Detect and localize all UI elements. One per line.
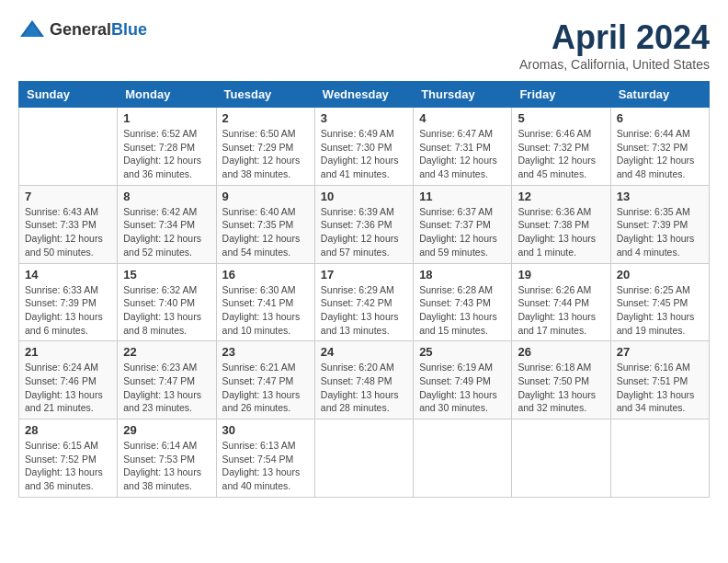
calendar-cell xyxy=(512,419,610,498)
day-info: Sunrise: 6:46 AMSunset: 7:32 PMDaylight:… xyxy=(518,127,604,181)
weekday-header: Saturday xyxy=(610,82,709,108)
day-number: 13 xyxy=(617,190,703,203)
weekday-header: Wednesday xyxy=(314,82,413,108)
calendar-cell: 21 Sunrise: 6:24 AMSunset: 7:46 PMDaylig… xyxy=(19,341,118,419)
day-number: 11 xyxy=(419,190,506,203)
calendar-cell: 23 Sunrise: 6:21 AMSunset: 7:47 PMDaylig… xyxy=(216,341,314,419)
calendar-cell: 12 Sunrise: 6:36 AMSunset: 7:38 PMDaylig… xyxy=(512,185,610,263)
day-number: 27 xyxy=(617,345,703,359)
day-info: Sunrise: 6:25 AMSunset: 7:45 PMDaylight:… xyxy=(617,283,703,338)
calendar-cell: 30 Sunrise: 6:13 AMSunset: 7:54 PMDaylig… xyxy=(216,419,314,498)
day-number: 30 xyxy=(222,423,309,437)
day-number: 12 xyxy=(518,190,604,203)
calendar-week-row: 1 Sunrise: 6:52 AMSunset: 7:28 PMDayligh… xyxy=(19,108,710,186)
calendar-cell: 6 Sunrise: 6:44 AMSunset: 7:32 PMDayligh… xyxy=(610,108,709,186)
weekday-header-row: SundayMondayTuesdayWednesdayThursdayFrid… xyxy=(19,82,710,108)
calendar-cell: 25 Sunrise: 6:19 AMSunset: 7:49 PMDaylig… xyxy=(414,341,512,419)
day-info: Sunrise: 6:30 AMSunset: 7:41 PMDaylight:… xyxy=(222,283,309,338)
calendar-cell: 28 Sunrise: 6:15 AMSunset: 7:52 PMDaylig… xyxy=(19,419,118,498)
day-info: Sunrise: 6:32 AMSunset: 7:40 PMDaylight:… xyxy=(123,283,210,338)
day-info: Sunrise: 6:24 AMSunset: 7:46 PMDaylight:… xyxy=(25,361,111,415)
day-info: Sunrise: 6:18 AMSunset: 7:50 PMDaylight:… xyxy=(518,361,604,415)
day-info: Sunrise: 6:33 AMSunset: 7:39 PMDaylight:… xyxy=(25,283,111,338)
calendar-cell: 1 Sunrise: 6:52 AMSunset: 7:28 PMDayligh… xyxy=(118,108,216,186)
calendar-cell: 5 Sunrise: 6:46 AMSunset: 7:32 PMDayligh… xyxy=(512,108,610,186)
calendar-cell: 14 Sunrise: 6:33 AMSunset: 7:39 PMDaylig… xyxy=(19,263,118,341)
calendar-week-row: 21 Sunrise: 6:24 AMSunset: 7:46 PMDaylig… xyxy=(19,341,710,419)
calendar-cell: 29 Sunrise: 6:14 AMSunset: 7:53 PMDaylig… xyxy=(118,419,216,498)
calendar-cell: 22 Sunrise: 6:23 AMSunset: 7:47 PMDaylig… xyxy=(118,341,216,419)
day-number: 25 xyxy=(419,345,506,359)
day-number: 1 xyxy=(123,111,210,125)
day-number: 29 xyxy=(123,423,210,437)
day-number: 2 xyxy=(222,111,309,125)
calendar-cell: 17 Sunrise: 6:29 AMSunset: 7:42 PMDaylig… xyxy=(314,263,413,341)
weekday-header: Thursday xyxy=(414,82,512,108)
day-number: 15 xyxy=(123,268,210,282)
weekday-header: Sunday xyxy=(19,82,118,108)
day-info: Sunrise: 6:37 AMSunset: 7:37 PMDaylight:… xyxy=(419,205,506,259)
calendar-cell: 2 Sunrise: 6:50 AMSunset: 7:29 PMDayligh… xyxy=(216,108,314,186)
calendar-cell: 3 Sunrise: 6:49 AMSunset: 7:30 PMDayligh… xyxy=(314,108,413,186)
day-number: 7 xyxy=(25,190,111,203)
month-title: April 2024 xyxy=(519,18,710,57)
weekday-header: Tuesday xyxy=(216,82,314,108)
calendar-cell: 13 Sunrise: 6:35 AMSunset: 7:39 PMDaylig… xyxy=(610,185,709,263)
day-info: Sunrise: 6:19 AMSunset: 7:49 PMDaylight:… xyxy=(419,361,506,415)
calendar-week-row: 7 Sunrise: 6:43 AMSunset: 7:33 PMDayligh… xyxy=(19,185,710,263)
day-info: Sunrise: 6:36 AMSunset: 7:38 PMDaylight:… xyxy=(518,205,604,259)
day-number: 21 xyxy=(25,345,111,359)
day-info: Sunrise: 6:28 AMSunset: 7:43 PMDaylight:… xyxy=(419,283,506,338)
day-number: 28 xyxy=(25,423,111,437)
day-number: 26 xyxy=(518,345,604,359)
day-number: 3 xyxy=(321,111,407,125)
calendar-cell xyxy=(610,419,709,498)
day-info: Sunrise: 6:43 AMSunset: 7:33 PMDaylight:… xyxy=(25,205,111,259)
calendar-cell: 15 Sunrise: 6:32 AMSunset: 7:40 PMDaylig… xyxy=(118,263,216,341)
title-area: April 2024 Aromas, California, United St… xyxy=(519,18,710,72)
day-number: 8 xyxy=(123,190,210,203)
day-info: Sunrise: 6:42 AMSunset: 7:34 PMDaylight:… xyxy=(123,205,210,259)
day-info: Sunrise: 6:35 AMSunset: 7:39 PMDaylight:… xyxy=(617,205,703,259)
day-info: Sunrise: 6:40 AMSunset: 7:35 PMDaylight:… xyxy=(222,205,309,259)
day-number: 22 xyxy=(123,345,210,359)
day-info: Sunrise: 6:47 AMSunset: 7:31 PMDaylight:… xyxy=(419,127,506,181)
logo-icon xyxy=(18,18,46,40)
day-info: Sunrise: 6:44 AMSunset: 7:32 PMDaylight:… xyxy=(617,127,703,181)
calendar-cell: 27 Sunrise: 6:16 AMSunset: 7:51 PMDaylig… xyxy=(610,341,709,419)
day-number: 23 xyxy=(222,345,309,359)
day-number: 5 xyxy=(518,111,604,125)
calendar-cell: 26 Sunrise: 6:18 AMSunset: 7:50 PMDaylig… xyxy=(512,341,610,419)
day-info: Sunrise: 6:13 AMSunset: 7:54 PMDaylight:… xyxy=(222,439,309,493)
day-info: Sunrise: 6:52 AMSunset: 7:28 PMDaylight:… xyxy=(123,127,210,181)
day-number: 19 xyxy=(518,268,604,282)
day-info: Sunrise: 6:15 AMSunset: 7:52 PMDaylight:… xyxy=(25,439,111,493)
calendar-cell xyxy=(314,419,413,498)
header: GeneralBlue April 2024 Aromas, Californi… xyxy=(18,18,710,72)
calendar-week-row: 28 Sunrise: 6:15 AMSunset: 7:52 PMDaylig… xyxy=(19,419,710,498)
calendar-cell: 19 Sunrise: 6:26 AMSunset: 7:44 PMDaylig… xyxy=(512,263,610,341)
day-number: 20 xyxy=(617,268,703,282)
day-info: Sunrise: 6:16 AMSunset: 7:51 PMDaylight:… xyxy=(617,361,703,415)
day-number: 16 xyxy=(222,268,309,282)
day-number: 18 xyxy=(419,268,506,282)
day-info: Sunrise: 6:39 AMSunset: 7:36 PMDaylight:… xyxy=(321,205,407,259)
calendar-cell: 20 Sunrise: 6:25 AMSunset: 7:45 PMDaylig… xyxy=(610,263,709,341)
calendar-cell: 7 Sunrise: 6:43 AMSunset: 7:33 PMDayligh… xyxy=(19,185,118,263)
logo: GeneralBlue xyxy=(18,18,147,40)
calendar-cell: 11 Sunrise: 6:37 AMSunset: 7:37 PMDaylig… xyxy=(414,185,512,263)
logo-text: GeneralBlue xyxy=(50,20,147,40)
weekday-header: Friday xyxy=(512,82,610,108)
calendar-cell xyxy=(414,419,512,498)
calendar-week-row: 14 Sunrise: 6:33 AMSunset: 7:39 PMDaylig… xyxy=(19,263,710,341)
calendar-cell: 24 Sunrise: 6:20 AMSunset: 7:48 PMDaylig… xyxy=(314,341,413,419)
day-number: 9 xyxy=(222,190,309,203)
calendar-cell: 16 Sunrise: 6:30 AMSunset: 7:41 PMDaylig… xyxy=(216,263,314,341)
day-info: Sunrise: 6:29 AMSunset: 7:42 PMDaylight:… xyxy=(321,283,407,338)
day-number: 6 xyxy=(617,111,703,125)
calendar-table: SundayMondayTuesdayWednesdayThursdayFrid… xyxy=(18,81,710,498)
day-info: Sunrise: 6:20 AMSunset: 7:48 PMDaylight:… xyxy=(321,361,407,415)
day-info: Sunrise: 6:49 AMSunset: 7:30 PMDaylight:… xyxy=(321,127,407,181)
day-info: Sunrise: 6:21 AMSunset: 7:47 PMDaylight:… xyxy=(222,361,309,415)
calendar-cell: 10 Sunrise: 6:39 AMSunset: 7:36 PMDaylig… xyxy=(314,185,413,263)
